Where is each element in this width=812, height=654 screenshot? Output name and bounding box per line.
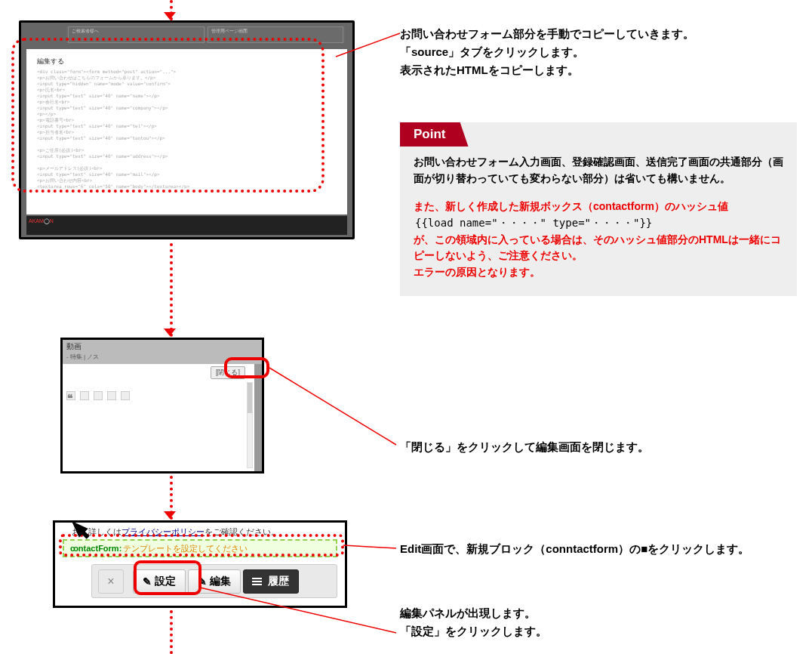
source-code-area: 編集する <div class="form"><form method="pos…	[26, 49, 347, 214]
flow-arrowhead-2	[164, 329, 176, 336]
point-label: Point	[400, 122, 469, 147]
list-icon	[253, 578, 262, 585]
flow-arrowhead-1	[164, 12, 176, 20]
scrollbar[interactable]	[247, 382, 253, 468]
screenshot-source-editor: ご検索者様へ 管理用ページ画面 [閉じる] 編集する <div class="f…	[19, 20, 355, 239]
pencil-icon	[198, 575, 207, 588]
instruction-block-3: Edit画面で、新規ブロック（conntactform）の■をクリックします。	[400, 540, 797, 558]
history-button[interactable]: 履歴	[243, 569, 299, 594]
dialog-titlebar: 動画 - 特集 | ノス	[63, 340, 262, 364]
edit-button[interactable]: 編集	[188, 569, 241, 594]
toolbar-icon	[107, 391, 116, 400]
point-text-red2b: エラーの原因となります。	[414, 264, 783, 281]
editor-tab-2: 管理用ページ画面	[208, 26, 344, 43]
privacy-link[interactable]: プライバシーポリシー	[121, 527, 205, 536]
svg-line-2	[343, 545, 396, 548]
flow-arrowhead-3	[164, 511, 176, 519]
source-title: 編集する	[37, 57, 334, 66]
privacy-line: お、詳しくはプライバシーポリシーをご確認ください。	[72, 526, 339, 538]
editor-tab-1: ご検索者様へ	[68, 26, 205, 43]
point-text-red2a: が、この領域内に入っている場合は、そのハッシュ値部分のHTMLは一緒にコピーしな…	[414, 232, 783, 264]
point-box: Point お問い合わせフォーム入力画面、登録確認画面、送信完了画面の共通部分（…	[400, 122, 797, 296]
pencil-icon	[143, 575, 152, 588]
instruction-block-1: お問い合わせフォーム部分を手動でコピーしていきます。 「source」タブをクリ…	[400, 25, 797, 79]
instruction-block-2: 「閉じる」をクリックして編集画面を閉じます。	[400, 438, 797, 456]
quote-icon: ❝	[66, 391, 75, 400]
instruction-block-4: 編集パネルが出現します。 「設定」をクリックします。	[400, 604, 797, 640]
screenshot-edit-panel: お、詳しくはプライバシーポリシーをご確認ください。 contactForm: テ…	[53, 520, 347, 608]
point-text-common: お問い合わせフォーム入力画面、登録確認画面、送信完了画面の共通部分（画面が切り替…	[414, 154, 783, 187]
close-panel-button[interactable]: ×	[98, 569, 124, 594]
flow-arrow-4	[170, 610, 173, 654]
flow-arrow-2	[170, 243, 173, 337]
edit-toolbar: × 設定 編集 履歴	[91, 564, 337, 598]
point-text-red1: また、新しく作成した新規ボックス（contactform）のハッシュ値	[414, 199, 783, 215]
svg-line-1	[269, 368, 396, 445]
toolbar-icon	[121, 391, 130, 400]
point-hash-example: {{load name="・・・・" type="・・・・"}}	[415, 215, 783, 232]
screenshot-close-dialog: 動画 - 特集 | ノス [閉じる] ❝	[60, 338, 264, 474]
contactform-block[interactable]: contactForm: テンプレートを設定してください	[63, 539, 337, 557]
toolbar-icon	[80, 391, 89, 400]
toolbar-icon	[94, 391, 103, 400]
brand-logo: AKAM◯N	[29, 218, 54, 224]
settings-button[interactable]: 設定	[133, 569, 186, 594]
close-button[interactable]: [閉じる]	[211, 366, 245, 379]
